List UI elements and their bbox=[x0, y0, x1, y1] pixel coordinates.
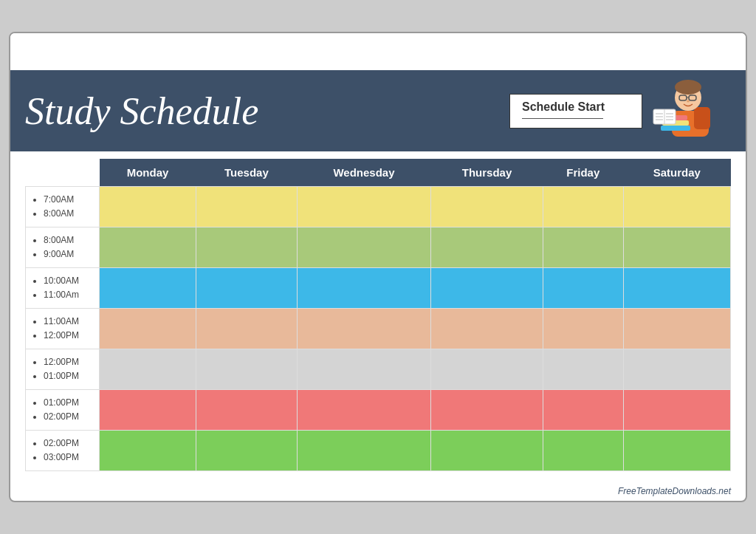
schedule-cell[interactable] bbox=[297, 227, 430, 268]
footer: FreeTemplateDownloads.net bbox=[10, 483, 746, 501]
page: Study Schedule Schedule Start bbox=[9, 32, 747, 502]
schedule-start-line bbox=[522, 118, 603, 119]
schedule-table: Monday Tuesday Wednesday Thursday Friday… bbox=[25, 159, 731, 471]
schedule-cell[interactable] bbox=[623, 227, 730, 268]
footer-text: FreeTemplateDownloads.net bbox=[618, 486, 731, 496]
schedule-cell[interactable] bbox=[543, 227, 623, 268]
time-label: 03:00PM bbox=[44, 451, 93, 465]
schedule-cell[interactable] bbox=[196, 227, 297, 268]
schedule-cell[interactable] bbox=[543, 390, 623, 431]
schedule-cell[interactable] bbox=[100, 187, 196, 227]
svg-rect-1 bbox=[694, 107, 710, 129]
schedule-cell[interactable] bbox=[543, 268, 623, 309]
schedule-cell[interactable] bbox=[431, 349, 543, 390]
schedule-cell[interactable] bbox=[196, 309, 297, 349]
schedule-cell[interactable] bbox=[100, 309, 196, 349]
schedule-cell[interactable] bbox=[623, 187, 730, 227]
schedule-cell[interactable] bbox=[297, 349, 430, 390]
time-label: 7:00AM bbox=[44, 193, 93, 207]
time-label: 01:00PM bbox=[44, 369, 93, 383]
col-header-empty bbox=[26, 159, 100, 187]
schedule-cell[interactable] bbox=[431, 309, 543, 349]
schedule-cell[interactable] bbox=[623, 309, 730, 349]
table-row: 7:00AM8:00AM bbox=[26, 187, 731, 227]
col-header-saturday: Saturday bbox=[623, 159, 730, 187]
schedule-cell[interactable] bbox=[543, 349, 623, 390]
schedule-cell[interactable] bbox=[543, 309, 623, 349]
schedule-cell[interactable] bbox=[543, 187, 623, 227]
time-label: 02:00PM bbox=[44, 410, 93, 424]
schedule-cell[interactable] bbox=[623, 431, 730, 471]
schedule-cell[interactable] bbox=[196, 187, 297, 227]
header: Study Schedule Schedule Start bbox=[10, 70, 746, 151]
time-cell: 10:00AM11:00Am bbox=[26, 268, 100, 309]
time-cell: 7:00AM8:00AM bbox=[26, 187, 100, 227]
schedule-cell[interactable] bbox=[297, 390, 430, 431]
time-cell: 12:00PM01:00PM bbox=[26, 349, 100, 390]
table-row: 01:00PM02:00PM bbox=[26, 390, 731, 431]
time-label: 12:00PM bbox=[44, 329, 93, 343]
schedule-cell[interactable] bbox=[100, 431, 196, 471]
schedule-cell[interactable] bbox=[431, 431, 543, 471]
svg-rect-2 bbox=[661, 126, 690, 131]
schedule-content: Monday Tuesday Wednesday Thursday Friday… bbox=[10, 151, 746, 483]
table-row: 10:00AM11:00Am bbox=[26, 268, 731, 309]
time-label: 8:00AM bbox=[44, 233, 93, 247]
time-label: 02:00PM bbox=[44, 437, 93, 451]
schedule-cell[interactable] bbox=[431, 187, 543, 227]
page-title: Study Schedule bbox=[25, 89, 509, 133]
schedule-start-box: Schedule Start bbox=[509, 94, 642, 129]
top-bar bbox=[10, 33, 746, 70]
time-cell: 8:00AM9:00AM bbox=[26, 227, 100, 268]
time-label: 8:00AM bbox=[44, 207, 93, 221]
time-cell: 01:00PM02:00PM bbox=[26, 390, 100, 431]
schedule-cell[interactable] bbox=[431, 390, 543, 431]
schedule-cell[interactable] bbox=[623, 349, 730, 390]
col-header-friday: Friday bbox=[543, 159, 623, 187]
schedule-cell[interactable] bbox=[100, 349, 196, 390]
col-header-monday: Monday bbox=[100, 159, 196, 187]
schedule-cell[interactable] bbox=[297, 431, 430, 471]
student-illustration bbox=[650, 78, 731, 144]
time-label: 10:00AM bbox=[44, 274, 93, 288]
schedule-cell[interactable] bbox=[431, 227, 543, 268]
time-label: 11:00AM bbox=[44, 315, 93, 329]
schedule-cell[interactable] bbox=[297, 309, 430, 349]
time-label: 01:00PM bbox=[44, 396, 93, 410]
schedule-cell[interactable] bbox=[100, 390, 196, 431]
schedule-cell[interactable] bbox=[196, 349, 297, 390]
schedule-cell[interactable] bbox=[297, 268, 430, 309]
time-cell: 02:00PM03:00PM bbox=[26, 431, 100, 471]
svg-point-6 bbox=[675, 80, 701, 95]
time-label: 11:00Am bbox=[44, 288, 93, 302]
schedule-cell[interactable] bbox=[623, 268, 730, 309]
schedule-cell[interactable] bbox=[100, 268, 196, 309]
schedule-cell[interactable] bbox=[100, 227, 196, 268]
schedule-cell[interactable] bbox=[196, 268, 297, 309]
time-cell: 11:00AM12:00PM bbox=[26, 309, 100, 349]
schedule-cell[interactable] bbox=[196, 390, 297, 431]
student-svg bbox=[650, 74, 731, 144]
table-row: 02:00PM03:00PM bbox=[26, 431, 731, 471]
schedule-start-label: Schedule Start bbox=[522, 100, 630, 114]
table-row: 12:00PM01:00PM bbox=[26, 349, 731, 390]
time-label: 9:00AM bbox=[44, 247, 93, 261]
schedule-cell[interactable] bbox=[196, 431, 297, 471]
col-header-thursday: Thursday bbox=[431, 159, 543, 187]
col-header-tuesday: Tuesday bbox=[196, 159, 297, 187]
schedule-cell[interactable] bbox=[297, 187, 430, 227]
schedule-cell[interactable] bbox=[623, 390, 730, 431]
table-row: 11:00AM12:00PM bbox=[26, 309, 731, 349]
svg-point-10 bbox=[687, 100, 690, 103]
schedule-cell[interactable] bbox=[543, 431, 623, 471]
schedule-cell[interactable] bbox=[431, 268, 543, 309]
table-row: 8:00AM9:00AM bbox=[26, 227, 731, 268]
col-header-wednesday: Wednesday bbox=[297, 159, 430, 187]
time-label: 12:00PM bbox=[44, 355, 93, 369]
